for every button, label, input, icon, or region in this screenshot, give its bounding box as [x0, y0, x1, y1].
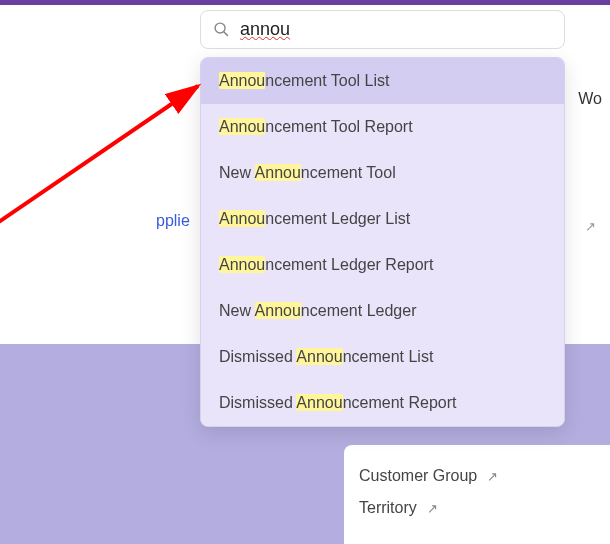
suggestion-item[interactable]: Dismissed Announcement List [201, 334, 564, 380]
suggestion-text: Dismissed [219, 348, 296, 365]
link-label: Customer Group [359, 467, 477, 485]
match-highlight: Annou [219, 256, 265, 273]
external-link-icon: ↗ [487, 469, 498, 484]
suggestion-item[interactable]: Announcement Ledger Report [201, 242, 564, 288]
search-box[interactable] [200, 10, 565, 49]
supplier-link-partial[interactable]: pplie [156, 212, 190, 230]
suggestion-text: ncement Report [343, 394, 457, 411]
suggestion-text: ncement Ledger List [265, 210, 410, 227]
suggestion-text: New [219, 302, 255, 319]
suggestion-item[interactable]: Announcement Ledger List [201, 196, 564, 242]
svg-line-1 [224, 32, 228, 36]
search-icon [213, 21, 230, 38]
match-highlight: Annou [219, 118, 265, 135]
match-highlight: Annou [296, 394, 342, 411]
suggestion-text: ncement Tool Report [265, 118, 412, 135]
link-customer-group[interactable]: Customer Group ↗ [359, 460, 610, 492]
suggestion-item[interactable]: New Announcement Ledger [201, 288, 564, 334]
links-card: Customer Group ↗ Territory ↗ [344, 445, 610, 544]
suggestion-text: New [219, 164, 255, 181]
suggestion-text: ncement Ledger Report [265, 256, 433, 273]
link-territory[interactable]: Territory ↗ [359, 492, 610, 524]
suggestion-item[interactable]: Announcement Tool List [201, 58, 564, 104]
suggestion-item[interactable]: New Announcement Tool [201, 150, 564, 196]
suggestion-text: ncement Tool [301, 164, 396, 181]
external-link-icon: ↗ [585, 219, 596, 234]
link-label: Territory [359, 499, 417, 517]
suggestion-item[interactable]: Dismissed Announcement Report [201, 380, 564, 426]
external-link-icon: ↗ [427, 501, 438, 516]
match-highlight: Annou [219, 72, 265, 89]
wo-text-partial: Wo [578, 90, 602, 108]
match-highlight: Annou [255, 302, 301, 319]
suggestion-item[interactable]: Announcement Tool Report [201, 104, 564, 150]
suggestion-text: ncement List [343, 348, 434, 365]
suggestion-text: Dismissed [219, 394, 296, 411]
search-input[interactable] [240, 19, 552, 40]
search-container: Announcement Tool ListAnnouncement Tool … [200, 10, 565, 427]
match-highlight: Annou [219, 210, 265, 227]
suggestion-text: ncement Tool List [265, 72, 389, 89]
match-highlight: Annou [296, 348, 342, 365]
match-highlight: Annou [255, 164, 301, 181]
svg-point-0 [215, 23, 225, 33]
suggestion-text: ncement Ledger [301, 302, 417, 319]
search-suggestions-dropdown: Announcement Tool ListAnnouncement Tool … [200, 57, 565, 427]
